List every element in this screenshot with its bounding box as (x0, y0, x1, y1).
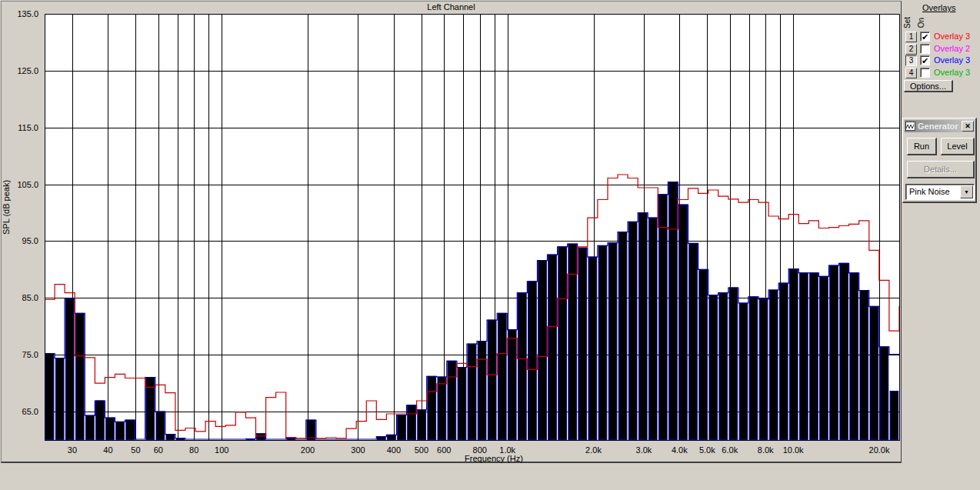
set-column-label: Set (903, 17, 912, 28)
spectrum-bar (890, 392, 898, 440)
on-column-label: On (917, 18, 925, 28)
spectrum-bar (850, 273, 858, 440)
x-tick-label: 200 (301, 445, 315, 455)
spectrum-bar (538, 261, 547, 440)
spectrum-bar (106, 418, 115, 439)
y-tick-label: 95.0 (2, 236, 38, 245)
noise-type-combobox[interactable]: Pink Noise ▼ (905, 184, 975, 200)
overlay-set-button-1[interactable]: 1 (905, 32, 917, 42)
overlay-on-checkbox-3[interactable]: ✔ (920, 55, 930, 65)
spectrum-bar (709, 295, 718, 440)
spectrum-bar (488, 320, 496, 439)
overlay-set-button-4[interactable]: 4 (905, 68, 917, 78)
run-button[interactable]: Run (907, 138, 937, 155)
spectrum-bar (65, 299, 74, 440)
spectrum-bar (55, 358, 64, 440)
spectrum-bar (96, 401, 105, 440)
x-tick-label: 500 (415, 445, 428, 455)
spectrum-bar (418, 410, 426, 440)
spectrum-bar (86, 415, 95, 439)
overlay-on-checkbox-4[interactable] (920, 68, 930, 78)
spectrum-bar (618, 232, 627, 440)
options-button[interactable]: Options... (904, 80, 953, 92)
spectrum-bar (116, 422, 125, 439)
x-tick-label: 60 (154, 445, 163, 455)
noise-type-value: Pink Noise (909, 187, 950, 196)
spectrum-bar (739, 303, 748, 440)
overlay-on-checkbox-1[interactable]: ✔ (920, 32, 930, 42)
spectrum-bar (588, 257, 597, 439)
close-icon[interactable]: ✕ (962, 121, 974, 132)
x-tick-label: 400 (387, 445, 401, 455)
x-tick-label: 10.0k (783, 445, 804, 455)
spectrum-bar (820, 276, 828, 439)
details-button: Details... (907, 161, 975, 178)
y-axis-title: SPL (dB peak) (2, 224, 11, 235)
spectrum-bar (398, 415, 406, 440)
x-tick-label: 4.0k (672, 445, 688, 455)
overlay-set-button-3[interactable]: 3 (905, 55, 917, 66)
spectrum-bar (659, 195, 668, 440)
spectrum-bar (568, 244, 577, 439)
overlay-label-4: Overlay 3 (934, 68, 970, 77)
spectrum-chart (45, 14, 900, 441)
x-tick-label: 300 (351, 445, 365, 455)
spectrum-bar (458, 368, 466, 440)
x-axis-title: Frequency (Hz) (432, 454, 555, 463)
x-tick-label: 30 (68, 445, 77, 455)
x-tick-label: 3.0k (636, 445, 652, 455)
waveform-icon (905, 122, 915, 131)
spectrum-bar (166, 435, 175, 440)
spectrum-bar (608, 243, 617, 440)
spectrum-bar (558, 247, 567, 440)
spectrum-bar (779, 283, 788, 439)
spectrum-bar (800, 273, 808, 440)
spectrum-bar (257, 434, 265, 440)
y-tick-label: 75.0 (2, 350, 38, 359)
spectrum-bar (156, 412, 165, 439)
overlays-title: Overlays (922, 3, 955, 12)
spectrum-bar (759, 299, 768, 440)
x-tick-label: 80 (189, 445, 198, 455)
spectrum-bar (75, 313, 84, 439)
spectrum-bar (518, 293, 527, 440)
overlay-label-3: Overlay 3 (934, 55, 970, 65)
generator-title: Generator (915, 122, 962, 131)
overlay-label-1: Overlay 3 (934, 32, 970, 41)
spectrum-bar (830, 265, 838, 439)
spectrum-bar (478, 342, 486, 440)
overlay-set-button-2[interactable]: 2 (905, 44, 917, 55)
y-tick-label: 65.0 (2, 407, 38, 416)
x-tick-label: 20.0k (869, 445, 890, 455)
x-tick-label: 50 (131, 445, 140, 455)
spectrum-bar (669, 182, 678, 440)
x-tick-label: 40 (103, 445, 112, 455)
spectrum-bar (719, 293, 728, 440)
chart-title: Left Channel (2, 2, 901, 14)
level-button[interactable]: Level (941, 138, 975, 155)
spectrum-bar (810, 273, 818, 440)
y-tick-label: 85.0 (2, 293, 38, 302)
spectrum-bar (638, 213, 647, 440)
chevron-down-icon[interactable]: ▼ (960, 185, 973, 198)
overlay-label-2: Overlay 2 (934, 44, 970, 53)
overlay-on-checkbox-2[interactable] (920, 44, 930, 54)
spectrum-bar (428, 376, 436, 439)
spectrum-bar (408, 405, 416, 440)
spectrum-bar (870, 306, 878, 439)
spectrum-bar (176, 438, 185, 440)
spectrum-bar (578, 248, 587, 439)
y-tick-label: 125.0 (2, 66, 38, 75)
spectrum-bar (508, 330, 516, 440)
sidebar: Overlays Set On 1✔Overlay 32Overlay 23✔O… (902, 0, 980, 490)
spectrum-bar (679, 205, 688, 439)
y-tick-label: 135.0 (2, 9, 38, 18)
spectrum-bar (378, 437, 386, 440)
generator-titlebar[interactable]: Generator ✕ (905, 120, 975, 132)
spectrum-bar (840, 263, 848, 439)
spectrum-bar (749, 297, 758, 440)
spectrum-bar (880, 347, 888, 440)
spectrum-bar (247, 439, 255, 440)
x-tick-label: 8.0k (758, 445, 774, 455)
spectrum-bar (528, 282, 537, 440)
